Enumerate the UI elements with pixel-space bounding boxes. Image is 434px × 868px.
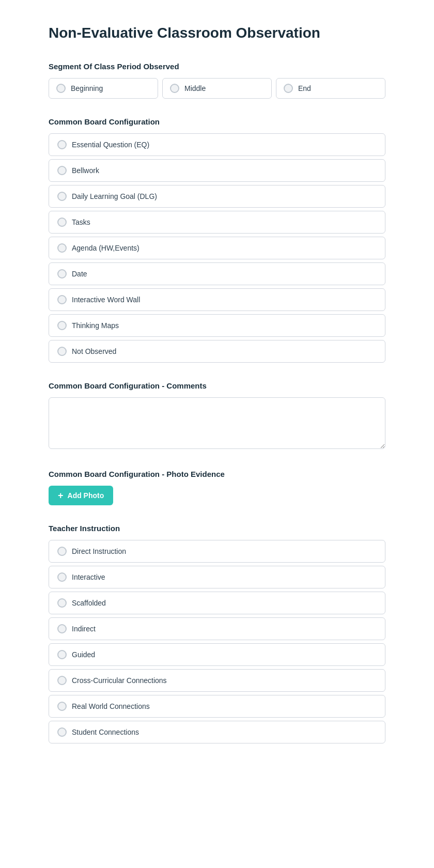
ti-option-real-world[interactable]: Real World Connections [49,695,385,718]
cb-label-iww: Interactive Word Wall [72,296,140,304]
segment-label-end: End [298,84,311,92]
cb-option-not-observed[interactable]: Not Observed [49,340,385,363]
ti-label-scaffolded: Scaffolded [72,599,106,607]
cb-option-eq[interactable]: Essential Question (EQ) [49,133,385,156]
cb-label-eq: Essential Question (EQ) [72,141,149,149]
segment-section-title: Segment Of Class Period Observed [49,62,385,71]
segment-option-end[interactable]: End [276,78,385,99]
page-title: Non-Evaluative Classroom Observation [49,25,385,41]
cb-option-agenda[interactable]: Agenda (HW,Events) [49,237,385,259]
radio-circle-tasks [57,218,67,227]
cb-option-interactive-word-wall[interactable]: Interactive Word Wall [49,288,385,311]
ti-option-student-connections[interactable]: Student Connections [49,721,385,743]
radio-circle-middle [170,84,179,93]
ti-option-cross-curricular[interactable]: Cross-Curricular Connections [49,669,385,692]
radio-circle-indirect [57,624,67,633]
segment-option-beginning[interactable]: Beginning [49,78,158,99]
cb-label-bellwork: Bellwork [72,166,99,175]
radio-circle-iww [57,295,67,304]
radio-circle-dlg [57,192,67,201]
ti-label-cross-curricular: Cross-Curricular Connections [72,676,167,685]
radio-circle-scaffolded [57,598,67,608]
cb-label-not-observed: Not Observed [72,347,116,355]
ti-label-student-connections: Student Connections [72,728,139,736]
radio-circle-not-observed [57,347,67,356]
ti-option-indirect[interactable]: Indirect [49,617,385,640]
radio-circle-student-connections [57,727,67,737]
radio-circle-eq [57,140,67,149]
radio-circle-direct [57,547,67,556]
cb-option-thinking-maps[interactable]: Thinking Maps [49,314,385,337]
add-photo-label: Add Photo [68,491,104,500]
cb-label-date: Date [72,270,87,278]
cb-label-tasks: Tasks [72,218,90,226]
cb-option-bellwork[interactable]: Bellwork [49,159,385,182]
segment-options: Beginning Middle End [49,78,385,99]
ti-label-direct: Direct Instruction [72,547,126,555]
segment-label-middle: Middle [184,84,206,92]
ti-option-guided[interactable]: Guided [49,643,385,666]
comments-section-title: Common Board Configuration - Comments [49,381,385,390]
cb-label-agenda: Agenda (HW,Events) [72,244,140,252]
ti-label-real-world: Real World Connections [72,702,150,710]
cb-label-thinking-maps: Thinking Maps [72,321,119,330]
segment-option-middle[interactable]: Middle [162,78,272,99]
add-photo-button[interactable]: + Add Photo [49,486,113,505]
radio-circle-date [57,269,67,278]
photo-evidence-section-title: Common Board Configuration - Photo Evide… [49,470,385,478]
radio-circle-interactive [57,572,67,582]
teacher-instruction-section: Teacher Instruction Direct Instruction I… [49,524,385,743]
radio-circle-bellwork [57,166,67,175]
ti-label-guided: Guided [72,650,95,659]
common-board-section-title: Common Board Configuration [49,117,385,126]
radio-circle-agenda [57,243,67,253]
radio-circle-beginning [56,84,66,93]
cb-option-tasks[interactable]: Tasks [49,211,385,234]
ti-option-scaffolded[interactable]: Scaffolded [49,592,385,614]
cb-option-date[interactable]: Date [49,262,385,285]
cb-option-dlg[interactable]: Daily Learning Goal (DLG) [49,185,385,208]
plus-icon: + [58,491,64,500]
common-board-section: Common Board Configuration Essential Que… [49,117,385,363]
radio-circle-real-world [57,702,67,711]
ti-label-indirect: Indirect [72,625,96,633]
teacher-instruction-section-title: Teacher Instruction [49,524,385,533]
radio-circle-end [284,84,293,93]
comments-section: Common Board Configuration - Comments [49,381,385,451]
radio-circle-thinking-maps [57,321,67,330]
segment-section: Segment Of Class Period Observed Beginni… [49,62,385,99]
comments-textarea[interactable] [49,397,385,449]
ti-label-interactive: Interactive [72,573,105,581]
radio-circle-cross-curricular [57,676,67,685]
ti-option-interactive[interactable]: Interactive [49,566,385,588]
ti-option-direct[interactable]: Direct Instruction [49,540,385,563]
cb-label-dlg: Daily Learning Goal (DLG) [72,192,157,200]
photo-evidence-section: Common Board Configuration - Photo Evide… [49,470,385,505]
segment-label-beginning: Beginning [71,84,103,92]
radio-circle-guided [57,650,67,659]
